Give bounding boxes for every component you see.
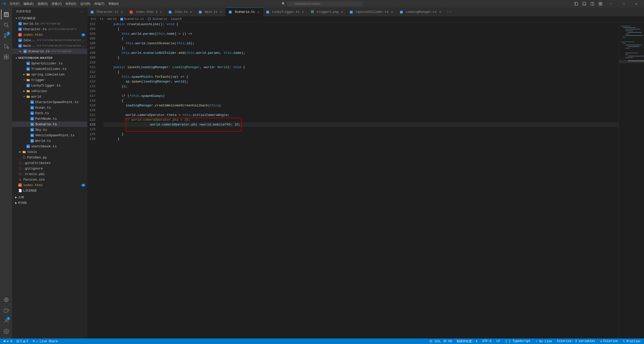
activity-explorer[interactable]: [1, 10, 11, 20]
tab-walk[interactable]: TS Walk.ts ✕: [196, 8, 226, 16]
status-eol[interactable]: LF: [496, 338, 501, 344]
project-section[interactable]: ▾ SKETCHBOOK-MASTER: [12, 55, 87, 61]
editor-layout-button[interactable]: [589, 1, 596, 7]
panel-toggle-button[interactable]: [581, 1, 588, 7]
minimize-button[interactable]: ─: [605, 0, 617, 8]
menu-terminal[interactable]: 终端(T): [92, 1, 106, 7]
open-editors-section[interactable]: ▾ 打开的编辑器: [12, 15, 87, 21]
tab-capsulecollider[interactable]: TS CapsuleCollider.ts ✕: [347, 8, 397, 16]
tab-luckytrigger[interactable]: TS LuckyTrigger.ts ✕: [263, 8, 308, 16]
file-gitignore[interactable]: ⬡ .gitignore: [12, 166, 87, 171]
file-gitattributes[interactable]: ⬡ .gitattributes: [12, 160, 87, 166]
activity-remote[interactable]: [1, 295, 11, 305]
open-file-index[interactable]: HT index.html 1: [12, 32, 87, 37]
menu-file[interactable]: 文件(F): [8, 1, 21, 7]
timeline-section[interactable]: ▶ 时间线: [12, 200, 87, 205]
file-luckytrigger[interactable]: TS LuckyTrigger.ts: [12, 83, 87, 88]
tab-trigger1-close[interactable]: ✕: [340, 10, 344, 14]
breadcrumb-world[interactable]: world: [107, 17, 116, 21]
tab-loadingmanager-close[interactable]: ✕: [438, 10, 442, 14]
breadcrumb-src[interactable]: src: [91, 17, 96, 21]
folder-trigger[interactable]: ▾ trigger: [12, 77, 87, 83]
menu-help[interactable]: 帮助(H): [106, 1, 121, 7]
outline-section[interactable]: ▶ 大纲: [12, 194, 87, 200]
activity-source-control[interactable]: 1: [1, 31, 11, 41]
status-encoding[interactable]: UTF-8: [481, 338, 493, 344]
file-world-ts[interactable]: TS World.ts: [12, 138, 87, 144]
tab-trigger1[interactable]: 🖼 trigger1.png ✕: [308, 8, 347, 16]
status-prettier[interactable]: ⌥ Prettier: [622, 338, 642, 344]
file-sketchbook[interactable]: TS sketchbook.ts: [12, 144, 87, 149]
close-button[interactable]: ✕: [630, 0, 642, 8]
open-file-character[interactable]: TS Character.ts src\ts\characters: [12, 26, 87, 32]
tab-walk-close[interactable]: ✕: [219, 10, 223, 14]
close-icon[interactable]: ✕: [18, 49, 22, 53]
activity-settings[interactable]: [1, 326, 11, 336]
status-colorize[interactable]: Colorize: 3 variables: [556, 338, 596, 344]
open-file-walk[interactable]: TS Walk.ts src\ts\characters\character_s…: [12, 43, 87, 49]
tab-character-close[interactable]: ✕: [120, 10, 124, 14]
breadcrumb-class[interactable]: Scenario: [148, 17, 167, 21]
file-characterspawnpoint[interactable]: TS CharacterSpawnPoint.ts: [12, 99, 87, 105]
status-errors[interactable]: 1 2: [15, 338, 29, 344]
folder-vehicles[interactable]: ▶ vehicles: [12, 88, 87, 94]
file-index-html[interactable]: HT index.html 1: [12, 182, 87, 188]
title-search-input[interactable]: [287, 1, 362, 6]
file-path[interactable]: TS Path.ts: [12, 110, 87, 116]
menu-run[interactable]: 运行(R): [78, 1, 93, 7]
breadcrumb-file[interactable]: TS Scenario.ts: [120, 17, 144, 21]
open-file-idle[interactable]: TS Idle.ts src\ts\characters\character_s…: [12, 37, 87, 43]
file-license[interactable]: 📄 LICENSE: [12, 188, 87, 193]
status-golive[interactable]: ⚡ Go Live: [535, 338, 553, 344]
grid-layout-button[interactable]: [597, 1, 604, 7]
tab-idle[interactable]: TS Idle.ts ✕: [166, 8, 196, 16]
tab-character[interactable]: TS Character.ts ✕: [88, 8, 127, 16]
sidebar-more-button[interactable]: ···: [80, 10, 83, 13]
menu-view[interactable]: 查看(V): [50, 1, 64, 7]
sidebar-toggle-button[interactable]: [573, 1, 580, 7]
activity-extensions[interactable]: [1, 52, 11, 62]
tab-luckytrigger-close[interactable]: ✕: [301, 10, 305, 14]
file-trimeshcollider[interactable]: TS TrimeshCollider.ts: [12, 66, 87, 72]
activity-search[interactable]: [1, 20, 11, 30]
status-language[interactable]: { } TypeScript: [504, 338, 532, 344]
code-content[interactable]: public createLaunchLink(): void { { this…: [101, 22, 619, 338]
tab-index[interactable]: index.html 1 ✕: [127, 8, 166, 16]
status-colorize2[interactable]: Colorize: [599, 338, 619, 344]
breadcrumb-ts[interactable]: ts: [100, 17, 103, 21]
folder-spring-simulation[interactable]: ▶ spring_simulation: [12, 72, 87, 77]
file-travis[interactable]: ⬡ .travis.yml: [12, 171, 87, 177]
menu-goto[interactable]: 转到(G): [64, 1, 78, 7]
file-pathgen[interactable]: ⬡ PathGen.py: [12, 155, 87, 160]
file-ocean[interactable]: TS Ocean.ts: [12, 105, 87, 110]
lightbulb-icon[interactable]: 💡: [101, 122, 102, 127]
file-vehiclespawnpoint[interactable]: TS VehicleSpawnPoint.ts: [12, 133, 87, 138]
file-scenario-active[interactable]: TS Scenario.ts: [12, 121, 87, 127]
file-sphercollider[interactable]: TS SpherCollider.ts: [12, 61, 87, 66]
maximize-button[interactable]: □: [618, 0, 629, 8]
open-file-scenario[interactable]: ✕ TS Scenario.ts src\ts\world: [12, 49, 87, 54]
breadcrumb-method[interactable]: launch: [171, 17, 182, 21]
file-favicon[interactable]: ★ favicon.ico: [12, 177, 87, 182]
tab-scenario-close[interactable]: ✕: [256, 10, 260, 14]
file-sky[interactable]: TS Sky.ts: [12, 127, 87, 133]
open-file-world[interactable]: TS World.ts src\ts\world: [12, 21, 87, 26]
status-tabsize[interactable]: 制表符长度: 4: [456, 338, 478, 344]
menu-edit[interactable]: 编辑(E): [21, 1, 35, 7]
folder-world[interactable]: ▾ world: [12, 94, 87, 99]
activity-account[interactable]: 1: [1, 316, 11, 326]
tab-capsulecollider-close[interactable]: ✕: [390, 10, 394, 14]
tab-index-close[interactable]: ✕: [159, 10, 163, 14]
tab-idle-close[interactable]: ✕: [189, 10, 193, 14]
activity-run[interactable]: [1, 41, 11, 51]
file-pathnode[interactable]: TS PathNode.ts: [12, 116, 87, 121]
tab-overflow-button[interactable]: ···: [445, 8, 454, 16]
tab-scenario[interactable]: TS Scenario.ts ✕: [226, 8, 263, 16]
activity-liveshare[interactable]: [1, 305, 11, 315]
status-remote[interactable]: ⊕ 0: [2, 338, 13, 344]
menu-select[interactable]: 选择(S): [35, 1, 50, 7]
status-position[interactable]: 行 123, 列 59: [429, 338, 453, 344]
status-liveshare[interactable]: ↗ Live Share: [31, 338, 59, 344]
folder-tools[interactable]: ▶ tools: [12, 149, 87, 155]
tab-loadingmanager[interactable]: TS LoadingManager.ts ✕: [397, 8, 445, 16]
